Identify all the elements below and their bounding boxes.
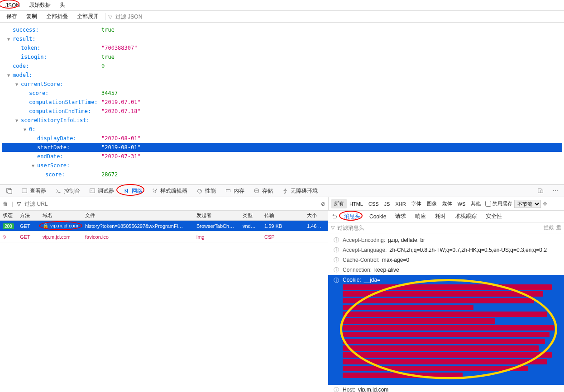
- col-transfer[interactable]: 传输: [262, 211, 304, 220]
- col-size[interactable]: 大小: [304, 211, 327, 220]
- tab-headers[interactable]: 头: [55, 0, 70, 10]
- network-body: 状态 方法 域名 文件 发起者 类型 传输 大小 200 GET 🔒 vip.m…: [0, 211, 564, 392]
- filter-other[interactable]: 其他: [468, 199, 483, 208]
- key-code[interactable]: code:: [2, 61, 101, 71]
- tab-stack-trace[interactable]: 堆栈跟踪: [451, 211, 481, 222]
- tab-message-headers[interactable]: 消息头: [340, 211, 364, 222]
- tab-timings[interactable]: 耗时: [431, 211, 450, 222]
- svg-point-9: [255, 189, 259, 191]
- key-index0[interactable]: ▼0:: [2, 125, 101, 134]
- tab-performance[interactable]: 性能: [192, 185, 220, 197]
- tab-console[interactable]: 控制台: [51, 185, 84, 197]
- key-computationStart[interactable]: computationStartTime:: [2, 98, 101, 107]
- block-icon[interactable]: ⊘: [321, 201, 325, 207]
- json-filter-input[interactable]: [115, 14, 183, 20]
- table-row[interactable]: ⦸ GET vip.m.jd.com favicon.ico img CSP: [0, 231, 328, 242]
- filter-images[interactable]: 图像: [424, 199, 440, 208]
- network-filter-row: 🗑 | ▽ ⊘ 所有 HTML CSS JS XHR 字体 图像 媒体 WS 其…: [0, 197, 564, 211]
- tab-network[interactable]: 网络: [119, 185, 147, 197]
- block-button[interactable]: 拦截: [544, 224, 554, 231]
- key-success[interactable]: success:: [2, 25, 101, 34]
- filter-icon: ▽: [331, 225, 335, 231]
- tab-raw-data[interactable]: 原始数据: [24, 0, 55, 10]
- key-userScore[interactable]: ▼userScore:: [2, 161, 101, 170]
- throttle-select[interactable]: 不节流: [514, 200, 541, 208]
- key-startDate[interactable]: startDate:: [2, 143, 101, 152]
- trash-icon[interactable]: 🗑: [3, 201, 8, 207]
- cookie-header: ⓘ Cookie:__jda=: [328, 275, 564, 385]
- key-scoreHistory[interactable]: ▼scoreHistoryInfoList:: [2, 116, 101, 125]
- expand-all-button[interactable]: 全部展开: [73, 11, 102, 22]
- svg-rect-4: [90, 189, 95, 193]
- svg-rect-2: [22, 189, 27, 193]
- close-details-icon[interactable]: ⮌: [330, 213, 339, 220]
- url-filter-input[interactable]: [24, 201, 317, 207]
- col-domain[interactable]: 域名: [40, 211, 82, 220]
- key-isLogin[interactable]: isLogin:: [2, 52, 101, 61]
- filter-xhr[interactable]: XHR: [392, 200, 408, 208]
- key-currentScore[interactable]: ▼currentScore:: [2, 80, 101, 89]
- help-icon[interactable]: ⓘ: [334, 266, 339, 274]
- save-button[interactable]: 保存: [3, 11, 21, 22]
- network-request-table: 状态 方法 域名 文件 发起者 类型 传输 大小 200 GET 🔒 vip.m…: [0, 211, 328, 392]
- filter-all[interactable]: 所有: [331, 199, 347, 208]
- tab-memory[interactable]: 内存: [221, 185, 249, 197]
- col-file[interactable]: 文件: [82, 211, 194, 220]
- cookie-redacted-content: [343, 284, 560, 378]
- col-status[interactable]: 状态: [0, 211, 17, 220]
- help-icon[interactable]: ⓘ: [334, 246, 339, 254]
- help-icon[interactable]: ⓘ: [334, 277, 339, 284]
- key-score2[interactable]: score:: [2, 170, 101, 179]
- table-header: 状态 方法 域名 文件 发起者 类型 传输 大小: [0, 211, 328, 221]
- tab-inspector[interactable]: 查看器: [17, 185, 50, 197]
- json-tree[interactable]: success:true ▼result: token:"700388307" …: [0, 23, 564, 184]
- devtools-panel-tabs: 查看器 控制台 调试器 网络 样式编辑器 性能 内存 存储 无障碍环境 ⋯: [0, 184, 564, 197]
- copy-button[interactable]: 复制: [23, 11, 41, 22]
- col-type[interactable]: 类型: [240, 211, 262, 220]
- key-score[interactable]: score:: [2, 89, 101, 98]
- request-details-pane: ⮌ 消息头 Cookie 请求 响应 耗时 堆栈跟踪 安全性 ▽ 拦截 重 ⓘA…: [328, 211, 564, 392]
- filter-js[interactable]: JS: [382, 200, 393, 208]
- collapse-all-button[interactable]: 全部折叠: [43, 11, 72, 22]
- headers-filter-input[interactable]: [337, 225, 541, 231]
- filter-css[interactable]: CSS: [366, 200, 382, 208]
- svg-rect-1: [8, 189, 12, 194]
- tab-accessibility[interactable]: 无障碍环境: [278, 185, 322, 197]
- table-row[interactable]: 200 GET 🔒 vip.m.jd.com history?token=185…: [0, 221, 328, 231]
- tab-response[interactable]: 响应: [411, 211, 430, 222]
- tab-request[interactable]: 请求: [391, 211, 410, 222]
- key-result[interactable]: ▼result:: [2, 34, 101, 43]
- filter-html[interactable]: HTML: [347, 200, 366, 208]
- help-icon[interactable]: ⓘ: [334, 256, 339, 264]
- tab-storage[interactable]: 存储: [249, 185, 277, 197]
- resend-button[interactable]: 重: [556, 224, 561, 231]
- help-icon[interactable]: ⓘ: [334, 386, 339, 392]
- tab-json[interactable]: JSON: [1, 1, 24, 10]
- har-icon[interactable]: ✥: [543, 201, 547, 207]
- more-icon[interactable]: ⋯: [549, 186, 562, 196]
- headers-filter-row: ▽ 拦截 重: [328, 222, 564, 233]
- filter-media[interactable]: 媒体: [440, 199, 455, 208]
- lock-icon: 🔒: [43, 223, 49, 228]
- headers-list[interactable]: ⓘAccept-Encoding:gzip, deflate, br ⓘAcce…: [328, 233, 564, 392]
- new-window-icon[interactable]: [2, 186, 16, 196]
- tab-cookies[interactable]: Cookie: [365, 212, 390, 222]
- filter-fonts[interactable]: 字体: [409, 199, 424, 208]
- key-endDate[interactable]: endDate:: [2, 152, 101, 161]
- filter-icon: ▽: [17, 201, 21, 207]
- svg-rect-8: [226, 189, 230, 192]
- filter-ws[interactable]: WS: [455, 200, 468, 208]
- help-icon[interactable]: ⓘ: [334, 236, 339, 244]
- col-method[interactable]: 方法: [17, 211, 40, 220]
- svg-rect-12: [541, 190, 543, 193]
- tab-style-editor[interactable]: 样式编辑器: [148, 185, 191, 197]
- key-token[interactable]: token:: [2, 43, 101, 52]
- key-model[interactable]: ▼model:: [2, 71, 101, 80]
- responsive-mode-icon[interactable]: [533, 186, 548, 196]
- key-computationEnd[interactable]: computationEndTime:: [2, 107, 101, 116]
- key-displayDate[interactable]: displayDate:: [2, 134, 101, 143]
- tab-debugger[interactable]: 调试器: [85, 185, 118, 197]
- tab-security[interactable]: 安全性: [482, 211, 506, 222]
- col-initiator[interactable]: 发起者: [194, 211, 240, 220]
- disable-cache-checkbox[interactable]: 禁用缓存: [485, 200, 512, 207]
